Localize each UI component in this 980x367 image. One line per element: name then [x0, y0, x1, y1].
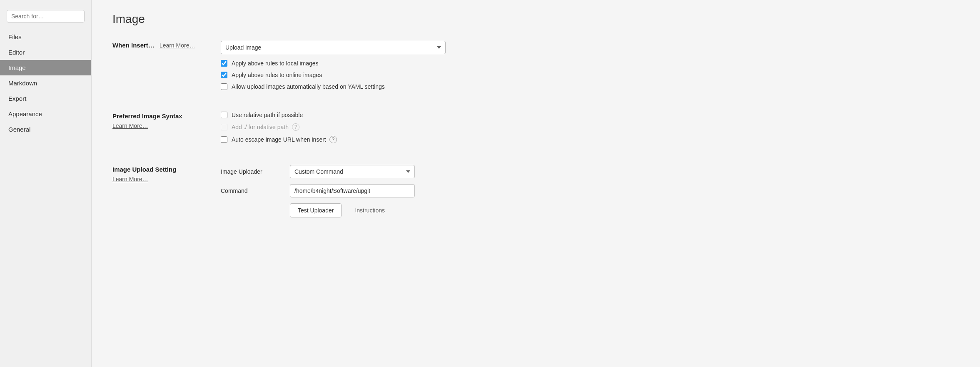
auto-escape-row: Auto escape image URL when insert ? — [221, 136, 959, 143]
add-dotslash-help-icon[interactable]: ? — [292, 123, 299, 131]
apply-local-label: Apply above rules to local images — [232, 60, 319, 67]
apply-local-row: Apply above rules to local images — [221, 60, 959, 67]
sidebar-item-editor[interactable]: Editor — [0, 45, 91, 60]
when-insert-title: When Insert… — [112, 42, 155, 49]
sidebar-item-markdown[interactable]: Markdown — [0, 75, 91, 91]
allow-auto-upload-row: Allow upload images automatically based … — [221, 83, 959, 90]
uploader-dropdown[interactable]: Custom Command iPic uPic PicGo — [290, 165, 415, 178]
auto-escape-checkbox[interactable] — [221, 136, 227, 143]
auto-escape-help-icon[interactable]: ? — [329, 136, 337, 143]
apply-online-row: Apply above rules to online images — [221, 72, 959, 78]
search-container — [0, 7, 91, 29]
preferred-syntax-section: Preferred Image Syntax Learn More… Use r… — [112, 112, 959, 148]
sidebar-item-files[interactable]: Files — [0, 29, 91, 45]
add-dotslash-inline: Add ./ for relative path ? — [221, 123, 299, 131]
sidebar-item-appearance[interactable]: Appearance — [0, 106, 91, 122]
sidebar-item-image[interactable]: Image — [0, 60, 91, 75]
add-dotslash-checkbox — [221, 124, 227, 130]
instructions-link[interactable]: Instructions — [355, 207, 385, 214]
auto-escape-label: Auto escape image URL when insert — [232, 136, 326, 143]
test-uploader-row: Test Uploader Instructions — [221, 203, 959, 217]
command-label: Command — [221, 187, 283, 194]
when-insert-learn-more[interactable]: Learn More… — [160, 42, 195, 49]
relative-path-checkbox[interactable] — [221, 112, 227, 118]
main-content: Image When Insert… Learn More… Upload im… — [92, 0, 980, 367]
upload-setting-learn-more[interactable]: Learn More… — [112, 176, 148, 182]
preferred-syntax-learn-more[interactable]: Learn More… — [112, 122, 148, 129]
apply-local-checkbox[interactable] — [221, 60, 227, 67]
sidebar-item-export[interactable]: Export — [0, 91, 91, 106]
upload-setting-grid: Image Uploader Custom Command iPic uPic … — [221, 165, 959, 217]
sidebar-item-general[interactable]: General — [0, 122, 91, 137]
auto-escape-inline: Auto escape image URL when insert ? — [221, 136, 337, 143]
upload-dropdown-wrapper: Upload image Copy to designated folder U… — [221, 41, 959, 54]
preferred-syntax-controls: Use relative path if possible Add ./ for… — [221, 112, 959, 148]
sidebar: Files Editor Image Markdown Export Appea… — [0, 0, 92, 367]
uploader-row: Image Uploader Custom Command iPic uPic … — [221, 165, 959, 178]
apply-online-label: Apply above rules to online images — [232, 72, 322, 78]
command-row: Command — [221, 184, 959, 197]
allow-auto-upload-checkbox[interactable] — [221, 83, 227, 90]
add-dotslash-label: Add ./ for relative path — [232, 124, 289, 130]
upload-type-dropdown[interactable]: Upload image Copy to designated folder U… — [221, 41, 446, 54]
uploader-label: Image Uploader — [221, 168, 283, 175]
upload-setting-label: Image Upload Setting Learn More… — [112, 165, 221, 217]
relative-path-row: Use relative path if possible — [221, 112, 959, 118]
search-input[interactable] — [7, 10, 85, 22]
relative-path-label: Use relative path if possible — [232, 112, 303, 118]
preferred-syntax-label: Preferred Image Syntax Learn More… — [112, 112, 221, 148]
apply-online-checkbox[interactable] — [221, 72, 227, 78]
upload-setting-controls: Image Uploader Custom Command iPic uPic … — [221, 165, 959, 217]
when-insert-header: When Insert… Learn More… — [112, 42, 212, 49]
when-insert-label: When Insert… Learn More… — [112, 41, 221, 95]
upload-setting-title: Image Upload Setting — [112, 166, 212, 173]
page-title: Image — [112, 12, 959, 26]
preferred-syntax-title: Preferred Image Syntax — [112, 112, 212, 120]
test-uploader-button[interactable]: Test Uploader — [290, 203, 342, 217]
upload-setting-section: Image Upload Setting Learn More… Image U… — [112, 165, 959, 217]
add-dotslash-row: Add ./ for relative path ? — [221, 123, 959, 131]
allow-auto-upload-label: Allow upload images automatically based … — [232, 83, 385, 90]
when-insert-controls: Upload image Copy to designated folder U… — [221, 41, 959, 95]
when-insert-section: When Insert… Learn More… Upload image Co… — [112, 41, 959, 95]
command-input[interactable] — [290, 184, 415, 197]
